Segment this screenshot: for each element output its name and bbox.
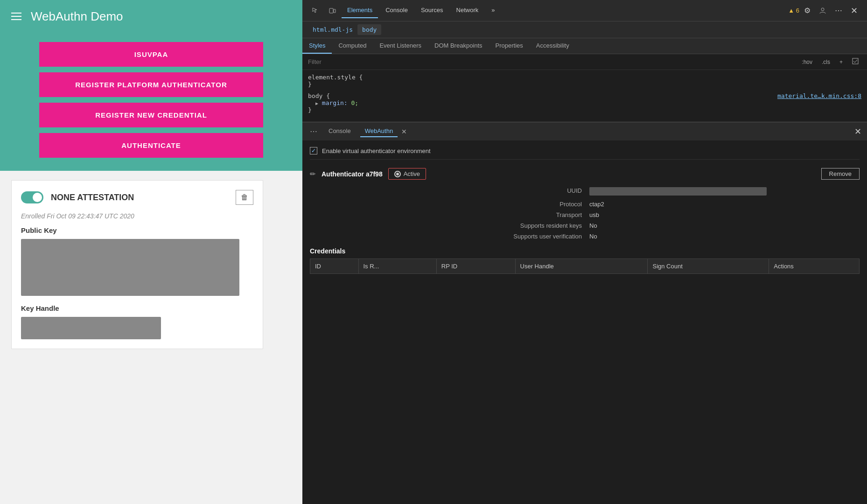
- tab-properties[interactable]: Properties: [489, 38, 530, 54]
- resident-keys-value: No: [589, 222, 860, 229]
- buttons-section: ISUVPAA REGISTER PLATFORM AUTHENTICATOR …: [0, 33, 302, 171]
- register-credential-button[interactable]: REGISTER NEW CREDENTIAL: [39, 103, 263, 127]
- attestation-toggle[interactable]: [21, 191, 43, 203]
- user-icon[interactable]: [815, 5, 830, 16]
- isuvpaa-button[interactable]: ISUVPAA: [39, 42, 263, 67]
- tab-console-bottom[interactable]: Console: [323, 124, 357, 139]
- credential-card: NONE ATTESTATION 🗑 Enrolled Fri Oct 09 2…: [11, 180, 263, 349]
- breadcrumb-body[interactable]: body: [357, 24, 381, 35]
- virtual-auth-row: Enable virtual authenticator environment: [310, 147, 860, 160]
- authenticate-button[interactable]: AUTHENTICATE: [39, 133, 263, 158]
- credentials-title: Credentials: [310, 247, 860, 255]
- devtools-panel: Elements Console Sources Network » ▲ 6 ⚙…: [302, 0, 867, 504]
- uuid-label: UUID: [319, 187, 589, 197]
- css-margin-property: ▶ margin: 0;: [308, 99, 358, 106]
- force-style-button[interactable]: [849, 57, 861, 67]
- cls-filter-button[interactable]: .cls: [819, 58, 833, 66]
- add-style-button[interactable]: +: [837, 58, 846, 66]
- credentials-table: ID Is R... RP ID User Handle Sign Count …: [310, 259, 860, 274]
- resident-keys-label: Supports resident keys: [319, 222, 589, 229]
- active-badge[interactable]: Active: [388, 168, 426, 180]
- authenticator-row: ✏ Authenticator a7f98 Active Remove: [310, 168, 860, 180]
- active-radio-icon: [394, 171, 401, 177]
- devtools-top-bar: Elements Console Sources Network » ▲ 6 ⚙…: [302, 0, 867, 21]
- svg-point-2: [821, 8, 824, 11]
- enable-virtual-label: Enable virtual authenticator environment: [322, 147, 431, 154]
- left-panel: WebAuthn Demo ISUVPAA REGISTER PLATFORM …: [0, 0, 302, 504]
- table-header-row: ID Is R... RP ID User Handle Sign Count …: [310, 259, 860, 274]
- content-area: NONE ATTESTATION 🗑 Enrolled Fri Oct 09 2…: [0, 171, 302, 504]
- public-key-label: Public Key: [21, 226, 253, 234]
- credential-name: NONE ATTESTATION: [51, 193, 134, 203]
- uuid-value: [589, 187, 860, 197]
- css-closing-brace: }: [308, 81, 312, 88]
- webauthn-panel-close-button[interactable]: ✕: [854, 126, 861, 137]
- breadcrumb-bar: html.mdl-js body: [302, 21, 867, 38]
- webauthn-bar: ⋯ Console WebAuthn ✕ ✕: [302, 122, 867, 140]
- element-picker-icon[interactable]: [308, 5, 323, 16]
- css-arrow-icon[interactable]: ▶: [315, 101, 318, 106]
- protocol-value: ctap2: [589, 201, 860, 208]
- devtools-close-button[interactable]: ✕: [847, 4, 861, 18]
- tab-console[interactable]: Console: [380, 3, 413, 18]
- user-verification-label: Supports user verification: [319, 233, 589, 240]
- col-sign-count: Sign Count: [648, 259, 769, 274]
- css-margin-value: 0;: [351, 99, 358, 106]
- col-id: ID: [310, 259, 359, 274]
- hov-filter-button[interactable]: :hov: [799, 58, 815, 66]
- auth-details: UUID Protocol ctap2 Transport usb Suppor…: [310, 187, 860, 240]
- edit-authenticator-icon[interactable]: ✏: [310, 170, 316, 178]
- active-text: Active: [404, 170, 420, 177]
- tab-webauthn[interactable]: WebAuthn: [360, 126, 398, 137]
- tab-more[interactable]: »: [486, 3, 500, 18]
- app-title: WebAuthn Demo: [31, 9, 123, 24]
- credentials-section: Credentials ID Is R... RP ID User Handle…: [310, 247, 860, 274]
- public-key-value: [21, 239, 239, 296]
- css-body-closing-brace: }: [308, 106, 312, 113]
- svg-rect-3: [853, 58, 858, 64]
- protocol-label: Protocol: [319, 201, 589, 208]
- remove-authenticator-button[interactable]: Remove: [821, 168, 860, 180]
- user-verification-value: No: [589, 233, 860, 240]
- enable-virtual-checkbox[interactable]: [310, 147, 317, 154]
- hamburger-menu-icon[interactable]: [11, 13, 21, 20]
- col-is-r: Is R...: [358, 259, 436, 274]
- col-actions: Actions: [769, 259, 860, 274]
- key-handle-label: Key Handle: [21, 304, 253, 312]
- uuid-bar: [589, 187, 767, 196]
- css-rule-body: body { material.te…k.min.css:8 ▶ margin:…: [308, 92, 861, 113]
- svg-rect-1: [334, 9, 336, 13]
- breadcrumb-html[interactable]: html.mdl-js: [308, 24, 357, 35]
- styles-content: element.style { } body { material.te…k.m…: [302, 70, 867, 122]
- tab-accessibility[interactable]: Accessibility: [530, 38, 576, 54]
- register-platform-button[interactable]: REGISTER PLATFORM AUTHENTICATOR: [39, 72, 263, 97]
- styles-filter-input[interactable]: [308, 58, 795, 65]
- col-rp-id: RP ID: [436, 259, 515, 274]
- tab-event-listeners[interactable]: Event Listeners: [373, 38, 428, 54]
- warning-badge: ▲ 6: [788, 7, 799, 14]
- webauthn-tab-close-icon[interactable]: ✕: [401, 128, 407, 135]
- tab-dom-breakpoints[interactable]: DOM Breakpoints: [428, 38, 489, 54]
- tab-sources[interactable]: Sources: [415, 3, 449, 18]
- authenticator-name: Authenticator a7f98: [322, 170, 383, 178]
- device-toggle-icon[interactable]: [325, 5, 340, 16]
- styles-panel: Styles Computed Event Listeners DOM Brea…: [302, 38, 867, 122]
- toggle-title-group: NONE ATTESTATION: [21, 191, 134, 203]
- tab-network[interactable]: Network: [451, 3, 484, 18]
- col-user-handle: User Handle: [515, 259, 648, 274]
- app-header: WebAuthn Demo: [0, 0, 302, 33]
- delete-credential-button[interactable]: 🗑: [236, 190, 253, 205]
- tab-elements[interactable]: Elements: [342, 3, 378, 18]
- settings-icon[interactable]: ⚙: [801, 4, 813, 17]
- css-selector: element.style {: [308, 74, 363, 81]
- webauthn-more-icon[interactable]: ⋯: [308, 125, 319, 138]
- styles-tabs: Styles Computed Event Listeners DOM Brea…: [302, 38, 867, 54]
- transport-label: Transport: [319, 211, 589, 218]
- tab-styles[interactable]: Styles: [302, 38, 332, 54]
- svg-rect-0: [329, 8, 333, 13]
- css-source-link[interactable]: material.te…k.min.css:8: [777, 92, 861, 99]
- enrolled-date: Enrolled Fri Oct 09 22:43:47 UTC 2020: [21, 212, 253, 220]
- tab-computed[interactable]: Computed: [332, 38, 373, 54]
- more-options-icon[interactable]: ⋯: [832, 4, 845, 17]
- filter-actions: :hov .cls +: [799, 57, 861, 67]
